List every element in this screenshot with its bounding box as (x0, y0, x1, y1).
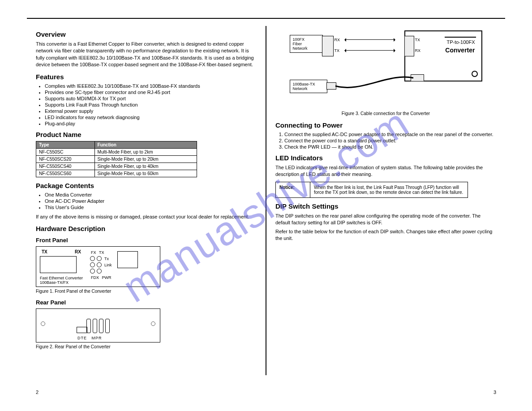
table-row: NF-C550SCS60Single-Mode Fiber, up to 60k… (36, 170, 197, 177)
converter-title-2: Converter (445, 47, 475, 54)
converter-title-1: TP-to-100FX (447, 39, 475, 45)
notice-label-cell: Notice: (276, 182, 310, 197)
page-content: Overview This converter is a Fast Ethern… (27, 18, 505, 393)
dip-switch-icon (105, 319, 110, 333)
heading-features: Features (36, 73, 257, 81)
list-item: This User's Guide (45, 205, 257, 210)
rear-panel-figure: DTE MPR (36, 308, 160, 342)
heading-front-panel: Front Panel (36, 237, 257, 244)
dip-switch-icon (93, 319, 97, 333)
diagram-label-tx: TX (335, 48, 340, 53)
table-row: NF-C550SCMulti-Mode Fiber, up to 2km (36, 148, 197, 155)
dip-switch-icon (99, 319, 103, 333)
table-cell: NF-C550SCS20 (36, 155, 95, 163)
list-item: One AC-DC Power Adapter (45, 198, 257, 204)
table-cell: NF-C550SCS60 (36, 170, 95, 177)
led-label-txact: Tx (104, 257, 109, 261)
table-row: NF-C550SCS40Single-Mode Fiber, up to 40k… (36, 163, 197, 170)
right-column: 100FX Fiber Network RX TX TX RX TP-to-10… (266, 26, 505, 375)
page-number-left: 2 (36, 390, 39, 395)
fp-label-tx: TX (42, 249, 47, 254)
table-row: Notice: When the fiber link is lost, the… (276, 182, 468, 197)
heading-dip: DIP Switch Settings (275, 202, 496, 210)
screw-icon (41, 321, 45, 326)
list-item: One Media Converter (45, 192, 257, 197)
led-label-fx: FX (91, 250, 96, 255)
connection-diagram: 100FX Fiber Network RX TX TX RX TP-to-10… (290, 26, 482, 107)
notice-text-cell: When the fiber link is lost, the Link Fa… (310, 182, 468, 197)
led-icon (90, 256, 95, 261)
list-item: Provides one SC-type fiber connector and… (45, 90, 257, 95)
led-paragraph: The LED indicators give real-time inform… (275, 164, 496, 178)
list-item: External power supply (45, 108, 257, 114)
fp-label-rx: RX (75, 249, 81, 254)
features-list: Complies with IEEE802.3u 10/100Base-TX a… (45, 83, 257, 126)
fp-caption-2: 100Base-TX/FX (40, 280, 83, 285)
left-column: Overview This converter is a Fast Ethern… (27, 26, 266, 375)
table-row: Type Function (36, 141, 197, 148)
list-item: Supports auto MDI/MDI-X for TX port (45, 96, 257, 101)
heading-connecting-power: Connecting to Power (275, 121, 496, 129)
rear-port-icon (77, 327, 87, 333)
screw-icon (151, 321, 155, 326)
led-label-pwr: PWR (102, 275, 112, 280)
fiber-port-icon (40, 256, 77, 273)
overview-paragraph: This converter is a Fast Ethernet Copper… (36, 41, 257, 68)
heading-product-name: Product Name (36, 131, 257, 138)
diagram-converter-box: TX RX TP-to-100FX Converter (404, 30, 482, 81)
led-label-fdx: FDX (91, 275, 99, 280)
dip-switch-bank (86, 319, 110, 333)
figure-3-caption: Figure 3. Cable connection for the Conve… (275, 111, 496, 116)
diagram-port-icon (322, 36, 334, 56)
led-label-tx: TX (99, 250, 104, 255)
list-item: Connect the supplied AC-DC power adapter… (284, 132, 496, 137)
rear-label-dte: DTE (77, 336, 87, 340)
diagram-rule (445, 37, 476, 38)
led-icon (97, 262, 102, 267)
diagram-label-rx: RX (335, 38, 340, 42)
product-table: Type Function NF-C550SCMulti-Mode Fiber,… (36, 141, 197, 177)
table-cell: NF-C550SCS40 (36, 163, 95, 170)
front-panel-figure: TX RX Fast Ethernet Converter 100Base-TX… (36, 246, 160, 287)
package-list: One Media Converter One AC-DC Power Adap… (45, 192, 257, 210)
arrow-icon (345, 50, 395, 51)
list-item: Supports Link Fault Pass Through functio… (45, 102, 257, 107)
led-icon (90, 262, 95, 267)
table-row: NF-C550SCS20Single-Mode Fiber, up to 20k… (36, 155, 197, 163)
list-item: Connect the power cord to a standard pow… (284, 138, 496, 143)
power-steps-list: Connect the supplied AC-DC power adapter… (284, 132, 496, 150)
dip-paragraph-2: Refer to the table below for the functio… (275, 228, 496, 242)
fp-caption-1: Fast Ethernet Converter (40, 276, 83, 280)
heading-led: LED Indicators (275, 154, 496, 162)
table-cell: Single-Mode Fiber, up to 60km (94, 170, 197, 177)
heading-rear-panel: Rear Panel (36, 299, 257, 306)
two-column-layout: Overview This converter is a Fast Ethern… (27, 26, 505, 375)
diagram-box-100tx: 100Base-TX Network (290, 80, 327, 93)
figure-2-caption: Figure 2. Rear Panel of the Converter (36, 344, 257, 349)
figure-1-caption: Figure 1. Front Panel of the Converter (36, 289, 257, 294)
heading-overview: Overview (36, 30, 257, 38)
heading-package: Package Contents (36, 182, 257, 189)
heading-hardware: Hardware Description (36, 225, 257, 232)
rear-label-mpr: MPR (92, 336, 102, 340)
table-cell: Single-Mode Fiber, up to 40km (94, 163, 197, 170)
diagram-box-100fx: 100FX Fiber Network (290, 35, 323, 53)
list-item: Plug-and-play (45, 121, 257, 126)
package-note: If any of the above items is missing or … (36, 214, 257, 220)
diagram-port-icon (404, 36, 414, 56)
table-cell: Multi-Mode Fiber, up to 2km (94, 148, 197, 155)
rj45-port-icon (117, 251, 138, 268)
dip-paragraph-1: The DIP switches on the rear panel allow… (275, 213, 496, 227)
arrow-icon (345, 39, 395, 40)
top-divider (27, 18, 505, 19)
led-icon (90, 269, 95, 274)
table-cell: NF-C550SC (36, 148, 95, 155)
page-number-right: 3 (493, 390, 496, 395)
list-item: Check the PWR LED — it should be ON. (284, 144, 496, 150)
table-header: Function (94, 141, 197, 148)
list-item: LED indicators for easy network diagnosi… (45, 115, 257, 120)
led-label-link: Link (104, 263, 112, 267)
table-header: Type (36, 141, 95, 148)
notice-table: Notice: When the fiber link is lost, the… (275, 182, 468, 198)
table-cell: Single-Mode Fiber, up to 20km (94, 155, 197, 163)
